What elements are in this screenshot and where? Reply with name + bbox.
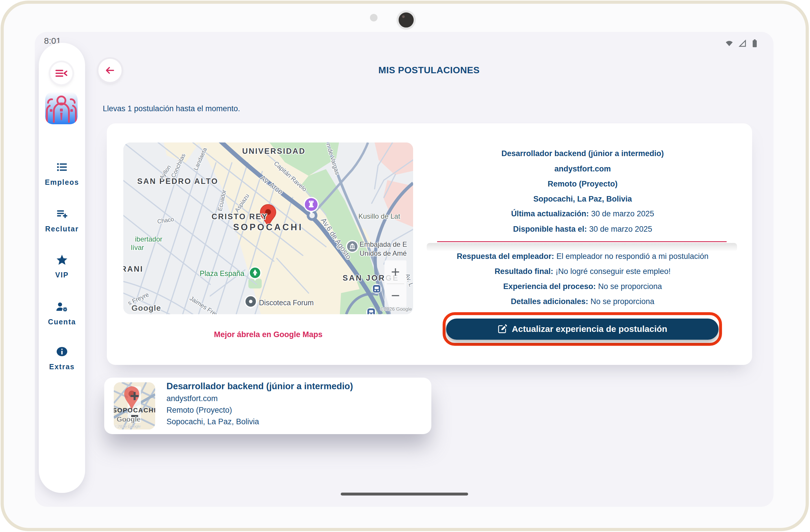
- thumb-copyright: ©2026 Google: [115, 424, 141, 429]
- map-area-label-5: RANI: [123, 265, 143, 274]
- map[interactable]: UNIVERSIDADSAN PEDRO ALTOCRISTO REYSOPOC…: [123, 143, 413, 314]
- account-gear-icon: [55, 299, 69, 314]
- front-camera: [397, 11, 415, 29]
- map-thumbnail: SOPOCACHI Google ©2026 Google: [114, 382, 155, 430]
- detail-experience-2: Experiencia del proceso:No se proporcion…: [413, 280, 752, 292]
- detail-experience-0: Respuesta del empleador:El empleador no …: [413, 251, 752, 262]
- menu-open-icon: [55, 68, 67, 78]
- summary-modality: Remoto (Proyecto): [166, 404, 353, 416]
- google-logo: Google: [131, 304, 161, 313]
- applications-count-text: Llevas 1 postulación hasta el momento.: [103, 104, 240, 113]
- sidebar-item-label: Cuenta: [48, 318, 76, 326]
- map-area-label-2: CRISTO REY: [212, 212, 268, 221]
- summary-title: Desarrollador backend (júnior a intermed…: [166, 380, 353, 393]
- app-logo-icon: [45, 92, 78, 124]
- map-poi-label-2: Unidos de Amé: [359, 249, 407, 257]
- annotation-highlight: Actualizar experiencia de postulación: [443, 312, 722, 346]
- sidebar-item-label: VIP: [55, 271, 69, 279]
- cellular-signal-icon: [738, 39, 747, 48]
- light-sensor: [370, 14, 377, 21]
- detail-meta-1: Disponible hasta el:30 de marzo 2025: [413, 223, 752, 235]
- summary-text: Desarrollador backend (júnior a intermed…: [166, 380, 353, 428]
- map-street-label-1: Conchitas: [170, 152, 187, 179]
- detail-headline-2: Remoto (Proyecto): [413, 178, 752, 190]
- app-screen: 8:01: [35, 32, 774, 507]
- edit-square-icon: [497, 324, 507, 334]
- map-poi-label-0: Kusillo de Lat: [358, 212, 400, 220]
- sidebar-item-label: Empleos: [45, 178, 79, 187]
- map-street-label-5: Av. Arce: [259, 174, 285, 196]
- map-area-label-1: SAN PEDRO ALTO: [137, 177, 218, 186]
- detail-experience-3: Detalles adicionales:No se proporciona: [413, 296, 752, 307]
- page-title: MIS POSTULACIONES: [85, 65, 773, 76]
- map-poi-label-3: Plaza España: [200, 269, 244, 278]
- detail-headline-1: andystfort.com: [413, 163, 752, 175]
- playlist-add-icon: [55, 206, 69, 221]
- map-labels: UNIVERSIDADSAN PEDRO ALTOCRISTO REYSOPOC…: [123, 143, 413, 314]
- map-poi-label-6: lívar: [131, 244, 144, 252]
- sidebar-item-label: Reclutar: [45, 225, 79, 233]
- info-icon: [55, 344, 69, 359]
- map-area-label-0: UNIVERSIDAD: [242, 147, 305, 156]
- detail-headline-0: Desarrollador backend (júnior a intermed…: [413, 148, 752, 159]
- section-shadow: [427, 243, 737, 252]
- summary-location: Sopocachi, La Paz, Bolivia: [166, 416, 353, 428]
- sidebar-item-label: Extras: [49, 362, 75, 371]
- map-street-label-3: Ecuador: [216, 189, 228, 212]
- zoom-out-button[interactable]: −: [385, 284, 406, 307]
- map-street-label-9: Chaco: [157, 216, 175, 225]
- open-in-google-maps-link[interactable]: Mejor ábrela en Google Maps: [123, 330, 413, 339]
- application-summary-card[interactable]: SOPOCACHI Google ©2026 Google Desarrolla…: [104, 378, 431, 434]
- map-street-label-2: Landaeta: [193, 147, 208, 172]
- map-street-label-8: Av.6 de Agosto: [319, 216, 353, 261]
- list-icon: [55, 160, 69, 175]
- sidebar-item-extras[interactable]: Extras: [39, 344, 85, 371]
- map-street-label-7: n de Vargas: [325, 143, 341, 176]
- wifi-icon: [724, 39, 734, 48]
- detail-headline-3: Sopocachi, La Paz, Bolivia: [413, 193, 752, 205]
- map-poi-label-1: Embajada de E: [359, 240, 407, 248]
- menu-button[interactable]: [50, 62, 72, 84]
- map-street-label-4: Aspiazu: [233, 193, 251, 213]
- battery-icon: [751, 39, 759, 48]
- detail-meta-0: Última actualización:30 de marzo 2025: [413, 208, 752, 220]
- star-icon: [55, 252, 69, 267]
- sidebar-item-cuenta[interactable]: Cuenta: [39, 299, 85, 326]
- map-area-label-3: SOPOCACHI: [233, 222, 303, 232]
- application-detail-card: UNIVERSIDADSAN PEDRO ALTOCRISTO REYSOPOC…: [107, 123, 752, 365]
- map-poi-label-4: Discoteca Forum: [259, 299, 314, 307]
- update-experience-label: Actualizar experiencia de postulación: [512, 324, 667, 334]
- section-divider: [437, 241, 727, 242]
- thumb-google-logo: Google: [117, 415, 141, 423]
- map-poi-label-5: ibertador: [135, 235, 162, 243]
- summary-company: andystfort.com: [166, 393, 353, 404]
- map-zoom-control: + −: [385, 260, 406, 307]
- gesture-navigation-bar[interactable]: [341, 493, 468, 496]
- map-copyright: ©2026 Google: [380, 306, 412, 312]
- sidebar-item-empleos[interactable]: Empleos: [39, 160, 85, 187]
- zoom-in-button[interactable]: +: [385, 260, 406, 284]
- sidebar-item-reclutar[interactable]: Reclutar: [39, 206, 85, 233]
- detail-experience-1: Resultado final:¡No logré conseguir este…: [413, 265, 752, 277]
- sidebar: EmpleosReclutarVIPCuentaExtras: [39, 43, 85, 493]
- status-icons: [724, 39, 759, 48]
- sidebar-item-vip[interactable]: VIP: [39, 252, 85, 279]
- thumb-area-label: SOPOCACHI: [114, 407, 155, 414]
- update-experience-button[interactable]: Actualizar experiencia de postulación: [446, 319, 718, 340]
- map-street-label-10: Jaimes Freyre: [189, 295, 225, 314]
